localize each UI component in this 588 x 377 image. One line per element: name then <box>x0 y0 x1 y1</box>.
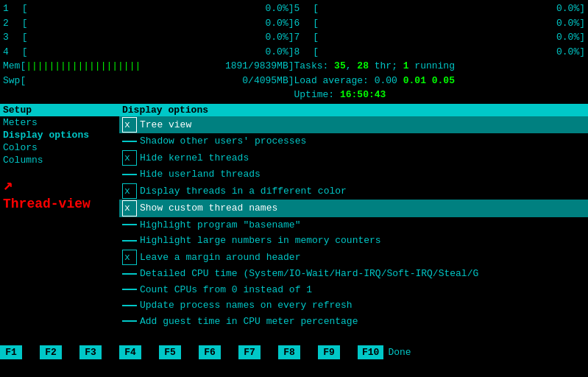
footer-item-f10[interactable]: F10Done <box>358 345 414 359</box>
option-row-11[interactable]: Update process names on every refresh <box>119 297 588 314</box>
option-checkbox-12 <box>122 320 137 322</box>
content-header: Display options <box>119 104 588 116</box>
footer-key-f2[interactable]: F2 <box>40 345 62 359</box>
option-checkbox-10 <box>122 289 137 290</box>
footer-item-f9[interactable]: F9 <box>318 345 356 359</box>
footer-label-f5 <box>183 351 197 354</box>
option-label-10: Count CPUs from 0 instead of 1 <box>140 283 312 297</box>
option-checkbox-0: x <box>122 117 137 133</box>
mem-label: Mem[ <box>3 59 26 74</box>
arrow-icon: ↗ <box>3 175 13 195</box>
option-row-8[interactable]: x Leave a margin around header <box>119 249 588 267</box>
option-row-7[interactable]: Highlight large numbers in memory counte… <box>119 233 588 249</box>
footer-item-f2[interactable]: F2 <box>40 345 78 359</box>
footer-key-f5[interactable]: F5 <box>159 345 181 359</box>
footer-label-f3 <box>103 351 118 354</box>
footer-key-f9[interactable]: F9 <box>318 345 340 359</box>
option-checkbox-8: x <box>122 250 137 266</box>
cpu3-pct: 0.0%] <box>28 30 294 45</box>
footer-item-f5[interactable]: F5 <box>159 345 197 359</box>
option-row-10[interactable]: Count CPUs from 0 instead of 1 <box>119 282 588 298</box>
footer-label-f1 <box>24 351 38 354</box>
option-checkbox-9 <box>122 273 137 275</box>
cpu7-pct: 0.0%] <box>319 30 585 45</box>
footer-key-f1[interactable]: F1 <box>0 345 22 359</box>
footer-item-f6[interactable]: F6 <box>199 345 237 359</box>
cpu6-bar: [ <box>313 16 319 31</box>
option-row-0[interactable]: x Tree view <box>119 116 588 134</box>
mem-bar: |||||||||||||||||||| <box>26 59 141 74</box>
sidebar-item-display-options[interactable]: Display options <box>0 129 119 141</box>
thread-view-label: Thread-view <box>0 195 119 213</box>
sidebar-item-colors[interactable]: Colors <box>0 141 119 154</box>
option-label-5: Show custom thread names <box>140 201 277 216</box>
option-checkbox-7 <box>122 240 137 242</box>
footer-key-f10[interactable]: F10 <box>358 345 383 359</box>
cpu5-bar: [ <box>313 1 319 16</box>
cpu7-bar: [ <box>313 30 319 45</box>
cpu2-pct: 0.0%] <box>28 16 294 31</box>
footer-key-f8[interactable]: F8 <box>278 345 300 359</box>
cpu4-bar: [ <box>22 45 28 60</box>
option-label-1: Shadow other users' processes <box>140 134 306 149</box>
cpu5-pct: 0.0%] <box>319 1 585 16</box>
option-row-12[interactable]: Add guest time in CPU meter percentage <box>119 314 588 330</box>
footer-key-f3[interactable]: F3 <box>79 345 102 359</box>
sidebar-header: Setup <box>0 104 119 116</box>
cpu8-pct: 0.0%] <box>319 45 585 60</box>
footer-key-f7[interactable]: F7 <box>238 345 261 359</box>
option-checkbox-6 <box>122 224 137 225</box>
footer-label-f4 <box>143 351 157 354</box>
cpu1-bar: [ <box>22 1 28 16</box>
tasks-row: Tasks: 35, 28 thr; 1 running <box>294 59 586 74</box>
sidebar-item-meters[interactable]: Meters <box>0 116 119 129</box>
footer-item-f8[interactable]: F8 <box>278 345 316 359</box>
option-label-7: Highlight large numbers in memory counte… <box>140 233 381 248</box>
footer-item-f7[interactable]: F7 <box>238 345 277 359</box>
footer-label-f2 <box>63 351 78 354</box>
cpu2-bar: [ <box>22 16 28 31</box>
cpu4-pct: 0.0%] <box>28 45 294 60</box>
option-row-6[interactable]: Highlight program "basename" <box>119 217 588 233</box>
swp-label: Swp[ <box>3 74 26 88</box>
footer-label-f7 <box>262 351 277 354</box>
option-label-8: Leave a margin around header <box>140 250 300 265</box>
cpu3-bar: [ <box>22 30 28 45</box>
footer-item-f4[interactable]: F4 <box>119 345 157 359</box>
sidebar-item-columns[interactable]: Columns <box>0 154 119 166</box>
option-row-3[interactable]: Hide userland threads <box>119 166 588 183</box>
option-row-4[interactable]: x Display threads in a different color <box>119 183 588 200</box>
option-label-9: Detailed CPU time (System/IO-Wait/Hard-I… <box>140 267 478 281</box>
option-row-2[interactable]: x Hide kernel threads <box>119 149 588 167</box>
cpu4-num: 4 <box>3 45 16 60</box>
cpu3-num: 3 <box>3 30 16 45</box>
footer-label-f9 <box>341 351 356 354</box>
mem-val: 1891/9839MB] <box>141 59 294 74</box>
swp-val: 0/4095MB] <box>26 74 294 88</box>
option-row-1[interactable]: Shadow other users' processes <box>119 133 588 149</box>
option-label-0: Tree view <box>140 118 191 133</box>
cpu2-num: 2 <box>3 16 16 31</box>
option-checkbox-5: x <box>122 200 137 216</box>
option-row-9[interactable]: Detailed CPU time (System/IO-Wait/Hard-I… <box>119 266 588 282</box>
footer-key-f4[interactable]: F4 <box>119 345 141 359</box>
footer-label-f8 <box>302 351 316 354</box>
option-label-3: Hide userland threads <box>140 167 261 182</box>
cpu7-num: 7 <box>294 30 308 45</box>
option-checkbox-3 <box>122 174 137 175</box>
footer-label-f10: Done <box>385 345 414 359</box>
cpu5-num: 5 <box>294 1 308 16</box>
option-label-2: Hide kernel threads <box>140 151 249 166</box>
option-label-11: Update process names on every refresh <box>140 298 353 313</box>
cpu1-pct: 0.0%] <box>28 1 294 16</box>
footer-key-f6[interactable]: F6 <box>199 345 221 359</box>
footer-item-f3[interactable]: F3 <box>79 345 118 359</box>
cpu8-bar: [ <box>313 45 319 60</box>
option-checkbox-2: x <box>122 150 137 166</box>
cpu1-num: 1 <box>3 1 16 16</box>
footer-item-f1[interactable]: F1 <box>0 345 38 359</box>
option-checkbox-11 <box>122 305 137 306</box>
option-row-5[interactable]: x Show custom thread names <box>119 200 588 217</box>
sidebar: Setup Meters Display options Colors Colu… <box>0 104 119 342</box>
cpu6-pct: 0.0%] <box>319 16 585 31</box>
